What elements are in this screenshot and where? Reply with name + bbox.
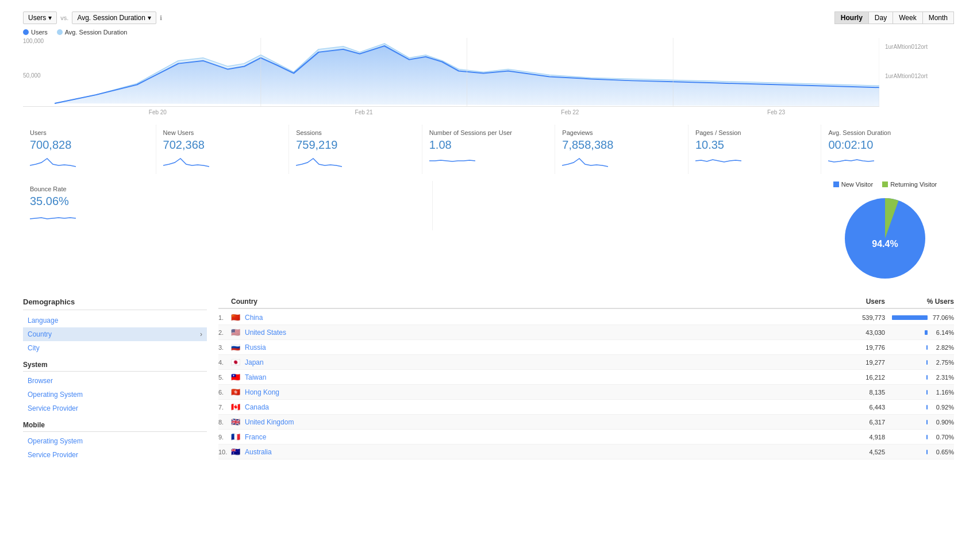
row-pct: 0.90% xyxy=(931,419,954,426)
row-pct: 0.70% xyxy=(931,434,954,441)
row-num: 3. xyxy=(218,344,231,351)
row-country-name[interactable]: Australia xyxy=(245,448,839,456)
demo-link-mobile-service[interactable]: Service Provider xyxy=(23,448,207,462)
time-btn-month[interactable]: Month xyxy=(922,11,954,24)
row-country-name[interactable]: Canada xyxy=(245,403,839,411)
row-pct: 2.75% xyxy=(931,359,954,366)
row-pct-wrapper: 2.31% xyxy=(885,374,954,381)
metric-ad-label: Avg. Session Duration xyxy=(828,129,947,136)
metric-ad-value: 00:02:10 xyxy=(828,138,947,152)
metric-sessions: Sessions 759,219 xyxy=(289,125,422,174)
table-row: 7. 🇨🇦 Canada 6,443 0.92% xyxy=(218,400,954,415)
bounce-value: 35.06% xyxy=(30,195,425,208)
row-country-name[interactable]: France xyxy=(245,433,839,441)
info-icon[interactable]: ℹ xyxy=(160,14,162,22)
pie-legend: New Visitor Returning Visitor xyxy=(833,181,937,188)
row-flag: 🇯🇵 xyxy=(231,358,243,366)
metric-users-value: 700,828 xyxy=(30,138,149,152)
row-users: 539,773 xyxy=(839,314,885,321)
row-bar xyxy=(926,390,928,395)
row-country-name[interactable]: Russia xyxy=(245,343,839,352)
metric-new-users-label: New Users xyxy=(163,129,282,136)
row-users: 19,776 xyxy=(839,344,885,351)
row-num: 4. xyxy=(218,359,231,366)
table-row: 2. 🇺🇸 United States 43,030 6.14% xyxy=(218,325,954,340)
time-btn-week[interactable]: Week xyxy=(893,11,922,24)
pie-dot-new xyxy=(833,181,839,187)
pie-section: New Visitor Returning Visitor 94.4% xyxy=(828,181,943,286)
row-flag: 🇨🇳 xyxy=(231,313,243,322)
row-pct-wrapper: 77.06% xyxy=(885,314,954,321)
row-pct: 2.31% xyxy=(931,374,954,381)
row-flag: 🇹🇼 xyxy=(231,373,243,381)
row-users: 19,277 xyxy=(839,359,885,366)
ct-pct-header: % Users xyxy=(885,298,954,306)
pie-dot-returning xyxy=(882,181,888,187)
row-bar xyxy=(926,405,928,410)
system-divider xyxy=(23,371,207,372)
row-country-name[interactable]: Hong Kong xyxy=(245,388,839,396)
row-country-name[interactable]: United States xyxy=(245,329,839,337)
demographics-panel: Demographics Language Country › City Sys… xyxy=(23,298,207,462)
pie-returning-label: Returning Visitor xyxy=(890,181,937,188)
metric-sessions-per-user: Number of Sessions per User 1.08 xyxy=(422,125,556,174)
chart-svg-area: 100,000 50,000 xyxy=(23,38,879,107)
svg-text:94.4%: 94.4% xyxy=(872,239,898,249)
row-num: 5. xyxy=(218,374,231,381)
demo-link-browser[interactable]: Browser xyxy=(23,374,207,388)
row-pct-wrapper: 0.92% xyxy=(885,404,954,411)
row-bar xyxy=(926,360,928,365)
row-flag: 🇬🇧 xyxy=(231,418,243,426)
row-country-name[interactable]: Taiwan xyxy=(245,373,839,381)
legend-users-label: Users xyxy=(31,29,48,36)
demographics-title: Demographics xyxy=(23,298,207,310)
row-num: 7. xyxy=(218,404,231,411)
metric2-dropdown[interactable]: Avg. Session Duration ▾ xyxy=(72,11,156,24)
bounce-label: Bounce Rate xyxy=(30,186,425,192)
y-label-50k: 50,000 xyxy=(23,72,44,79)
row-users: 43,030 xyxy=(839,329,885,336)
time-btn-hourly[interactable]: Hourly xyxy=(834,11,869,24)
row-bar xyxy=(926,345,928,350)
row-country-name[interactable]: United Kingdom xyxy=(245,418,839,426)
row-bar xyxy=(926,450,928,454)
system-title: System xyxy=(23,361,207,369)
x-label-feb21: Feb 21 xyxy=(355,109,373,115)
metric-spu-value: 1.08 xyxy=(429,138,548,152)
row-flag: 🇦🇺 xyxy=(231,447,243,456)
row-flag: 🇨🇦 xyxy=(231,403,243,411)
row-pct: 2.82% xyxy=(931,344,954,351)
metric-new-users-value: 702,368 xyxy=(163,138,282,152)
row-num: 2. xyxy=(218,329,231,336)
table-row: 6. 🇭🇰 Hong Kong 8,135 1.16% xyxy=(218,385,954,400)
row-bar xyxy=(926,435,928,439)
row-users: 8,135 xyxy=(839,389,885,396)
legend-dot-users xyxy=(23,29,29,35)
time-btn-day[interactable]: Day xyxy=(868,11,893,24)
pie-legend-returning: Returning Visitor xyxy=(882,181,937,188)
metric1-label: Users xyxy=(28,14,46,22)
metric-ps-label: Pages / Session xyxy=(695,129,814,136)
demo-link-language[interactable]: Language xyxy=(23,314,207,327)
x-label-feb23: Feb 23 xyxy=(767,109,785,115)
bottom-section: Demographics Language Country › City Sys… xyxy=(23,298,954,462)
row-bar xyxy=(925,330,928,335)
row-pct: 77.06% xyxy=(931,314,954,321)
row-flag: 🇺🇸 xyxy=(231,328,243,337)
demo-link-mobile-os[interactable]: Operating System xyxy=(23,434,207,448)
metric1-dropdown[interactable]: Users ▾ xyxy=(23,11,57,24)
metric-users-label: Users xyxy=(30,129,149,136)
demo-link-country[interactable]: Country › xyxy=(23,327,207,341)
row-num: 10. xyxy=(218,449,231,455)
demo-link-city[interactable]: City xyxy=(23,341,207,355)
row-country-name[interactable]: China xyxy=(245,314,839,322)
vs-label: vs. xyxy=(60,14,68,21)
table-row: 10. 🇦🇺 Australia 4,525 0.65% xyxy=(218,445,954,459)
demo-link-service[interactable]: Service Provider xyxy=(23,401,207,415)
row-pct-wrapper: 6.14% xyxy=(885,329,954,336)
row-country-name[interactable]: Japan xyxy=(245,358,839,366)
metric2-label: Avg. Session Duration xyxy=(77,14,145,22)
demo-link-os[interactable]: Operating System xyxy=(23,388,207,401)
row-flag: 🇭🇰 xyxy=(231,388,243,396)
x-label-feb22: Feb 22 xyxy=(561,109,579,115)
